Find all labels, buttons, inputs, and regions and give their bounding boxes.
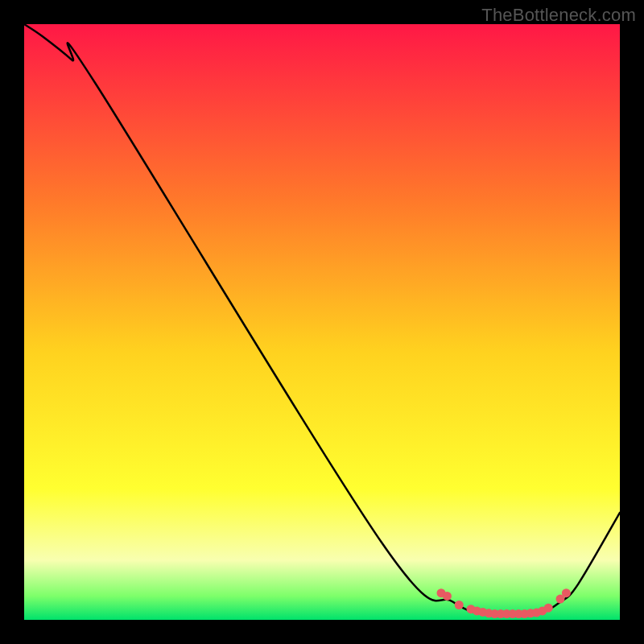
curve-marker [443,592,452,601]
chart-stage: TheBottleneck.com [0,0,644,644]
chart-svg [24,24,620,620]
watermark-text: TheBottleneck.com [481,5,636,26]
curve-marker [562,588,571,597]
curve-marker [455,601,464,609]
plot-area [24,24,620,620]
curve-marker [544,604,553,613]
